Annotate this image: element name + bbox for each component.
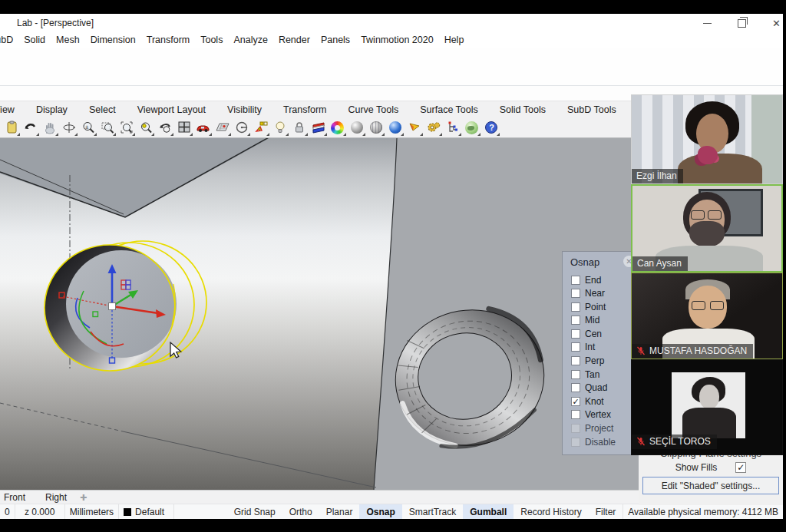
notifications-cone-icon[interactable] [405,118,424,137]
history-tree-icon[interactable] [443,118,462,137]
paste-icon[interactable] [2,118,21,137]
gumball-toggle[interactable]: Gumball [463,504,514,519]
grid-snap-toggle[interactable]: Grid Snap [227,504,282,519]
menu-item[interactable]: Dimension [85,35,141,45]
smarttrack-toggle[interactable]: SmartTrack [402,504,464,519]
osnap-option-cen[interactable]: Cen [571,329,616,339]
toolbar-tab[interactable]: SubD Tools [556,104,627,115]
menu-item[interactable]: Solid [18,35,51,45]
toolbar-tab[interactable]: Transform [272,104,338,115]
participant-tile[interactable]: SEÇİL TOROS [631,359,783,455]
filter-toggle[interactable]: Filter [589,504,623,519]
viewport-tab-front[interactable]: Front [0,492,35,503]
osnap-option-knot[interactable]: ✓Knot [571,396,616,406]
menu-item[interactable]: SubD [0,35,18,45]
menu-item[interactable]: Help [439,35,470,45]
osnap-option-label: Disable [585,437,616,448]
show-fills-checkbox[interactable]: ✓ [735,462,746,473]
zoom-window-icon[interactable] [97,118,117,137]
command-prompt-area[interactable] [0,48,783,86]
rotate-view-icon[interactable] [59,118,78,137]
menu-item[interactable]: Render [273,35,315,45]
participant-tile-active-speaker[interactable]: Can Aysan [631,184,783,273]
menu-item[interactable]: Panels [315,35,355,45]
toolbar-tab[interactable]: Display [25,104,78,115]
lamp-icon[interactable] [270,118,289,137]
menu-item[interactable]: Transform [141,35,196,45]
checkbox[interactable] [571,424,580,433]
cplane-widget-icon[interactable] [251,118,270,137]
osnap-option-disable[interactable]: Disable [571,437,616,447]
osnap-option-quad[interactable]: Quad [571,383,616,393]
toolbar-tab[interactable]: Solid Tools [489,104,556,115]
options-gears-icon[interactable] [424,118,443,137]
checkbox[interactable] [571,302,580,312]
participant-tile[interactable]: Ezgi İlhan [631,94,783,184]
osnap-toggle[interactable]: Osnap [359,504,401,519]
checkbox[interactable] [571,410,580,419]
web-browser-globe-icon[interactable] [462,118,481,137]
checkbox[interactable] [571,356,580,365]
shaded-viewport-icon[interactable] [347,118,366,137]
osnap-option-label: Point [585,302,606,312]
toolbar-tab[interactable]: View [0,104,25,115]
ortho-toggle[interactable]: Ortho [282,504,319,519]
pan-hand-icon[interactable] [40,118,59,137]
undo-view-icon[interactable] [155,118,174,137]
checkbox[interactable] [571,329,580,339]
checkbox[interactable] [571,383,580,392]
undo-icon[interactable] [21,118,40,137]
checkbox[interactable] [571,342,580,352]
menu-item[interactable]: Mesh [51,35,85,45]
zoom-extents-icon[interactable] [117,118,136,137]
viewport-tab-right[interactable]: Right [35,492,77,503]
restore-button[interactable] [725,14,759,32]
zoom-dynamic-icon[interactable]: ± [78,118,97,137]
osnap-option-mid[interactable]: Mid [571,316,616,325]
toolbar-tab[interactable]: Surface Tools [409,104,489,115]
osnap-option-end[interactable]: End [571,275,616,285]
layers-wedge-icon[interactable] [309,118,328,137]
lock-icon[interactable] [289,118,309,137]
planar-toggle[interactable]: Planar [319,504,360,519]
menu-item[interactable]: Twinmotion 2020 [355,35,439,45]
minimize-button[interactable] [690,14,725,32]
osnap-option-perp[interactable]: Perp [571,356,616,366]
participant-tile[interactable]: MUSTAFA HASDOĞAN [631,273,783,359]
units-readout[interactable]: Millimeters [65,504,119,519]
menu-item[interactable]: Analyze [228,35,272,45]
cplane-disc-icon[interactable] [232,118,251,137]
edit-shaded-settings-button[interactable]: Edit "Shaded" settings... [642,477,779,494]
plan-view-map-icon[interactable] [213,118,232,137]
ghosted-viewport-icon[interactable] [366,118,385,137]
osnap-option-point[interactable]: Point [571,302,616,312]
checkbox[interactable] [571,438,580,447]
close-icon: ✕ [772,18,781,29]
osnap-option-vertex[interactable]: Vertex [571,410,616,420]
checkbox[interactable] [571,370,580,379]
close-button[interactable]: ✕ [759,14,783,32]
named-views-car-icon[interactable] [193,118,213,137]
rendered-viewport-icon[interactable] [385,118,405,137]
color-wheel-icon[interactable] [328,118,347,137]
menu-item[interactable]: Tools [195,35,228,45]
current-layer[interactable]: Default [119,504,174,519]
checkbox[interactable]: ✓ [571,397,580,406]
new-viewport-tab-icon[interactable]: ✚ [80,493,87,503]
toolbar-tab[interactable]: Select [78,104,127,115]
toolbar-tab[interactable]: Curve Tools [337,104,409,115]
osnap-option-project[interactable]: Project [571,424,616,434]
help-icon[interactable]: ? [481,118,500,137]
osnap-option-near[interactable]: Near [571,289,616,299]
osnap-option-tan[interactable]: Tan [571,369,616,379]
zoom-selected-icon[interactable] [136,118,155,137]
checkbox[interactable] [571,316,580,325]
osnap-option-label: Int [585,342,595,352]
toolbar-tab[interactable]: Visibility [216,104,272,115]
record-history-toggle[interactable]: Record History [514,504,588,519]
viewport-layout-icon[interactable] [174,118,193,137]
toolbar-tab[interactable]: Viewport Layout [127,104,216,115]
checkbox[interactable] [571,289,580,298]
osnap-option-int[interactable]: Int [571,342,616,352]
checkbox[interactable] [571,276,580,285]
